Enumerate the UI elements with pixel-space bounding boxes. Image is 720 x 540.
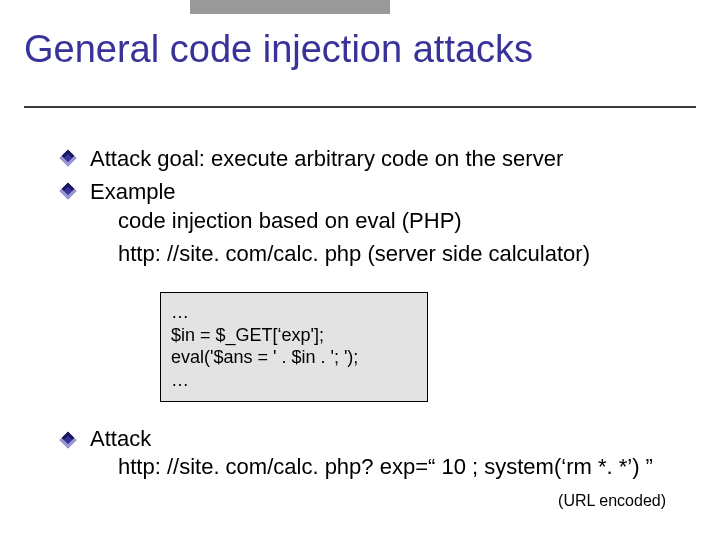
code-line-1: … xyxy=(171,301,417,324)
bullet-example-text: Example xyxy=(90,179,176,204)
code-sample-box: … $in = $_GET[‘exp']; eval('$ans = ' . $… xyxy=(160,292,428,402)
code-line-4: … xyxy=(171,369,417,392)
example-sub-2: http: //site. com/calc. php (server side… xyxy=(118,239,690,269)
example-sub-1: code injection based on eval (PHP) xyxy=(118,206,690,236)
title-wrap: General code injection attacks xyxy=(24,30,696,70)
bullet-goal: Attack goal: execute arbitrary code on t… xyxy=(62,144,690,174)
attack-block: Attack http: //site. com/calc. php? exp=… xyxy=(62,426,690,480)
bullet-goal-text: Attack goal: execute arbitrary code on t… xyxy=(90,146,563,171)
bullet-attack: Attack xyxy=(62,426,690,452)
body-content: Attack goal: execute arbitrary code on t… xyxy=(62,144,690,272)
title-underline xyxy=(24,106,696,108)
code-line-3: eval('$ans = ' . $in . '; '); xyxy=(171,346,417,369)
bullet-icon xyxy=(60,150,77,167)
bullet-attack-text: Attack xyxy=(90,426,151,451)
code-line-2: $in = $_GET[‘exp']; xyxy=(171,324,417,347)
slide-title: General code injection attacks xyxy=(24,30,696,70)
attack-sub-1: http: //site. com/calc. php? exp=“ 10 ; … xyxy=(118,454,690,480)
bullet-example: Example code injection based on eval (PH… xyxy=(62,177,690,269)
url-encoded-note: (URL encoded) xyxy=(558,492,666,510)
bullet-icon xyxy=(60,432,77,449)
top-decor-bar xyxy=(190,0,390,14)
bullet-icon xyxy=(60,182,77,199)
